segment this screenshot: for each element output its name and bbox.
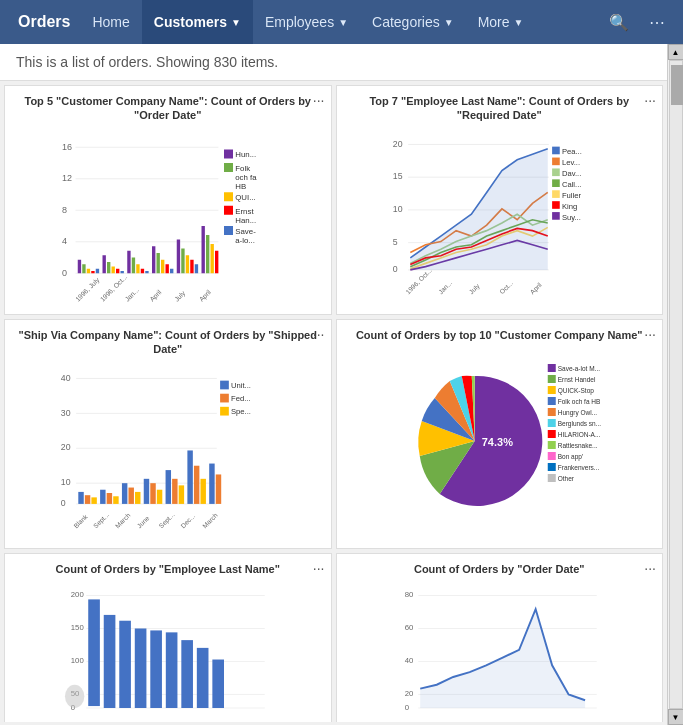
svg-rect-145 [547, 430, 555, 438]
svg-text:20: 20 [61, 442, 71, 452]
svg-text:40: 40 [404, 657, 413, 666]
svg-rect-151 [547, 463, 555, 471]
nav-home[interactable]: Home [80, 0, 141, 44]
svg-rect-51 [224, 192, 233, 201]
svg-text:4: 4 [62, 236, 67, 246]
svg-rect-100 [85, 495, 90, 504]
svg-text:12: 12 [62, 173, 72, 183]
svg-text:5: 5 [392, 236, 397, 246]
chart5-menu[interactable]: ··· [313, 560, 325, 576]
svg-text:Hun...: Hun... [235, 150, 256, 159]
statusbar: This is a list of orders. Showing 830 it… [0, 44, 667, 81]
navbar: Orders Home Customers ▼ Employees ▼ Cate… [0, 0, 683, 44]
svg-rect-31 [181, 248, 184, 273]
chart1-menu[interactable]: ··· [313, 92, 325, 108]
svg-rect-168 [135, 629, 147, 709]
svg-rect-172 [197, 648, 209, 708]
svg-rect-22 [136, 264, 139, 273]
svg-rect-32 [186, 255, 189, 273]
svg-rect-83 [552, 190, 560, 198]
svg-rect-165 [88, 600, 100, 707]
svg-rect-45 [224, 149, 233, 158]
svg-text:a-lo...: a-lo... [235, 235, 255, 244]
brand: Orders [8, 13, 80, 31]
more-options-icon[interactable]: ⋯ [639, 0, 675, 44]
scroll-up-button[interactable]: ▲ [668, 44, 684, 60]
svg-rect-108 [144, 478, 149, 503]
svg-rect-14 [96, 268, 99, 273]
svg-text:Pea...: Pea... [561, 147, 581, 156]
chart3-menu[interactable]: ··· [313, 326, 325, 342]
svg-text:0: 0 [392, 264, 397, 274]
svg-text:June: June [136, 514, 151, 529]
svg-rect-141 [547, 408, 555, 416]
svg-text:Frankenvers...: Frankenvers... [557, 464, 599, 471]
svg-text:0: 0 [61, 498, 66, 508]
svg-rect-135 [547, 375, 555, 383]
search-icon[interactable]: 🔍 [599, 0, 639, 44]
svg-text:QUI...: QUI... [235, 193, 256, 202]
svg-text:Hungry Owl...: Hungry Owl... [557, 409, 597, 417]
svg-text:Blank: Blank [72, 512, 89, 529]
nav-employees[interactable]: Employees ▼ [253, 0, 360, 44]
svg-text:Unit...: Unit... [231, 381, 251, 390]
chart4-menu[interactable]: ··· [644, 326, 656, 342]
svg-rect-77 [552, 157, 560, 165]
svg-rect-36 [206, 235, 209, 273]
svg-rect-12 [87, 268, 90, 273]
svg-text:Save-a-lot M...: Save-a-lot M... [557, 365, 599, 372]
svg-rect-10 [78, 259, 81, 273]
svg-text:Berglunds sn...: Berglunds sn... [557, 420, 601, 428]
app-wrapper: Orders Home Customers ▼ Employees ▼ Cate… [0, 0, 683, 725]
svg-rect-28 [166, 264, 169, 273]
svg-text:150: 150 [71, 624, 84, 633]
svg-text:Oct...: Oct... [498, 279, 514, 295]
svg-rect-17 [112, 266, 115, 273]
svg-rect-167 [119, 621, 131, 708]
svg-rect-114 [187, 450, 192, 503]
svg-text:Jan...: Jan... [123, 286, 140, 303]
svg-text:Lev...: Lev... [561, 158, 579, 167]
svg-text:Jan...: Jan... [436, 279, 452, 295]
svg-rect-75 [552, 146, 560, 154]
svg-rect-128 [220, 393, 229, 402]
svg-rect-169 [150, 631, 162, 709]
nav-more[interactable]: More ▼ [466, 0, 536, 44]
svg-text:Suy...: Suy... [561, 212, 580, 221]
svg-text:10: 10 [392, 204, 402, 214]
svg-rect-11 [82, 264, 85, 273]
svg-rect-111 [166, 470, 171, 504]
svg-text:King: King [561, 201, 576, 210]
svg-text:Fuller: Fuller [561, 191, 581, 200]
svg-rect-171 [181, 640, 193, 708]
svg-text:74.3%: 74.3% [481, 436, 512, 448]
chart2-menu[interactable]: ··· [644, 92, 656, 108]
svg-rect-20 [127, 250, 130, 273]
chart5-title: Count of Orders by "Employee Last Name" [13, 562, 323, 576]
svg-text:1996, July: 1996, July [74, 275, 102, 303]
chart-card-1: Top 5 "Customer Company Name": Count of … [4, 85, 332, 315]
svg-rect-103 [107, 493, 112, 504]
svg-rect-21 [132, 257, 135, 273]
svg-text:Han...: Han... [235, 215, 256, 224]
svg-rect-30 [177, 239, 180, 273]
chart-card-3: "Ship Via Company Name": Count of Orders… [4, 319, 332, 549]
chart-card-5: Count of Orders by "Employee Last Name" … [4, 553, 332, 722]
svg-rect-53 [224, 205, 233, 214]
scroll-down-button[interactable]: ▼ [668, 709, 684, 725]
svg-rect-104 [113, 496, 118, 504]
svg-text:15: 15 [392, 171, 402, 181]
nav-categories[interactable]: Categories ▼ [360, 0, 466, 44]
nav-customers[interactable]: Customers ▼ [142, 0, 253, 44]
scroll-track[interactable] [669, 60, 683, 709]
svg-rect-16 [107, 262, 110, 273]
svg-rect-38 [215, 250, 218, 273]
scroll-thumb[interactable] [671, 65, 683, 105]
svg-text:Sept...: Sept... [157, 510, 176, 529]
svg-text:HILARION-A...: HILARION-A... [557, 431, 600, 438]
svg-text:Save-: Save- [235, 226, 256, 235]
scrollbar[interactable]: ▲ ▼ [667, 44, 683, 725]
customers-arrow: ▼ [231, 17, 241, 28]
svg-rect-105 [122, 483, 127, 504]
chart6-menu[interactable]: ··· [644, 560, 656, 576]
